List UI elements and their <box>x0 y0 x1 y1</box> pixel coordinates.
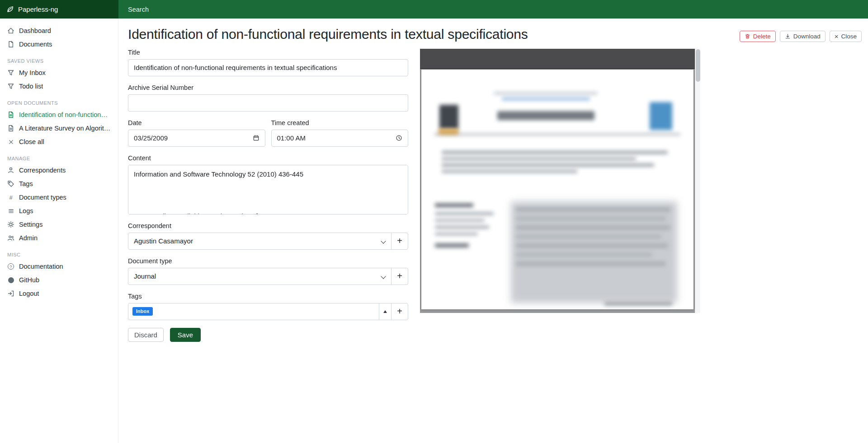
sidebar-item-label: GitHub <box>19 276 39 284</box>
sidebar-item-label: Identification of non-functional require… <box>19 111 111 118</box>
add-document-type-button[interactable]: + <box>391 268 408 285</box>
page-title: Identification of non-functional require… <box>128 26 528 43</box>
clock-icon <box>396 135 402 141</box>
gear-icon <box>7 221 14 228</box>
sidebar-item-todo-list[interactable]: Todo list <box>0 79 118 93</box>
leaf-icon <box>6 5 14 13</box>
blur-block <box>516 262 665 266</box>
topbar: Paperless-ng <box>0 0 868 19</box>
sidebar-item-correspondents[interactable]: Correspondents <box>0 163 118 177</box>
blur-block <box>435 203 473 207</box>
time-value: 01:00 AM <box>277 134 306 142</box>
sidebar-section-saved-views: SAVED VIEWS <box>0 51 118 66</box>
sidebar-item-logs[interactable]: Logs <box>0 204 118 218</box>
sidebar-item-label: Tags <box>19 180 33 187</box>
blur-block <box>516 244 668 247</box>
pdf-scrollbar[interactable] <box>695 49 700 313</box>
tag-icon <box>7 180 14 187</box>
sidebar-section-misc: MISC <box>0 245 118 260</box>
sidebar-item-label: Settings <box>19 221 42 228</box>
hash-icon: # <box>7 194 14 201</box>
correspondent-select[interactable]: Agustin Casamayor <box>128 233 392 250</box>
caret-up-icon <box>383 310 387 313</box>
sidebar-item-documents[interactable]: Documents <box>0 37 118 51</box>
document-type-select[interactable]: Journal <box>128 268 392 285</box>
date-input[interactable]: 03/25/2009 <box>128 130 265 147</box>
add-correspondent-button[interactable]: + <box>391 233 408 250</box>
add-tag-button[interactable]: + <box>391 303 408 320</box>
sidebar-item-dashboard[interactable]: Dashboard <box>0 24 118 37</box>
navbar-search-area <box>118 0 868 19</box>
blur-block <box>497 111 594 120</box>
list-icon <box>7 207 14 215</box>
brand[interactable]: Paperless-ng <box>0 0 118 19</box>
blur-block <box>435 226 489 228</box>
pdf-viewer[interactable] <box>420 69 695 313</box>
pdf-preview <box>420 49 700 313</box>
file-icon <box>7 41 14 48</box>
pdf-toolbar[interactable] <box>420 49 695 69</box>
sidebar-item-label: Dashboard <box>19 27 51 34</box>
discard-button[interactable]: Discard <box>128 328 164 342</box>
sidebar-item-label: A Literature Survey on Algorithms for Mu… <box>19 125 111 132</box>
tags-input[interactable]: Inbox <box>128 303 379 320</box>
date-value: 03/25/2009 <box>134 134 168 142</box>
tag-badge-inbox[interactable]: Inbox <box>132 307 153 316</box>
asn-input[interactable] <box>128 94 408 112</box>
sidebar-item-label: Logs <box>19 207 33 215</box>
sidebar-item-documentation[interactable]: ? Documentation <box>0 260 118 273</box>
blur-block <box>604 302 672 305</box>
search-input[interactable] <box>128 6 318 13</box>
sidebar: Dashboard Documents SAVED VIEWS My Inbox… <box>0 19 118 443</box>
delete-button-label: Delete <box>753 33 771 40</box>
correspondent-value: Agustin Casamayor <box>134 237 193 245</box>
tags-dropdown-button[interactable] <box>379 303 392 320</box>
chevron-down-icon <box>381 274 386 279</box>
blur-block <box>442 170 577 173</box>
sidebar-section-open-documents: OPEN DOCUMENTS <box>0 93 118 108</box>
sidebar-item-github[interactable]: GitHub <box>0 273 118 287</box>
time-created-input[interactable]: 01:00 AM <box>271 130 409 147</box>
date-label: Date <box>128 119 265 126</box>
pdf-page <box>421 70 693 309</box>
blur-block <box>494 92 598 94</box>
document-edit-form: Title Archive Serial Number Date 03/25/2… <box>128 49 408 342</box>
sidebar-item-label: Close all <box>19 138 44 145</box>
asn-label: Archive Serial Number <box>128 84 408 91</box>
sidebar-item-label: Logout <box>19 290 39 297</box>
blur-block <box>435 243 469 247</box>
sidebar-open-doc-1[interactable]: Identification of non-functional require… <box>0 108 118 121</box>
sidebar-item-tags[interactable]: Tags <box>0 177 118 191</box>
sidebar-item-label: Documentation <box>19 263 63 270</box>
sidebar-item-document-types[interactable]: # Document types <box>0 191 118 204</box>
funnel-icon <box>7 83 14 90</box>
content-textarea[interactable]: Information and Software Technology 52 (… <box>128 165 408 215</box>
sidebar-item-my-inbox[interactable]: My Inbox <box>0 66 118 79</box>
download-button-label: Download <box>793 33 821 40</box>
funnel-icon <box>7 69 14 76</box>
sidebar-item-admin[interactable]: Admin <box>0 231 118 245</box>
close-button-label: Close <box>841 33 857 40</box>
sidebar-item-label: Document types <box>19 194 66 201</box>
blur-block <box>435 219 485 222</box>
sidebar-item-settings[interactable]: Settings <box>0 218 118 231</box>
close-icon: × <box>835 33 839 40</box>
sidebar-item-close-all[interactable]: Close all <box>0 135 118 149</box>
brand-name: Paperless-ng <box>18 5 58 13</box>
save-button[interactable]: Save <box>170 328 201 342</box>
blur-block <box>442 151 668 154</box>
blur-block <box>434 134 680 135</box>
sidebar-item-label: Todo list <box>19 83 43 90</box>
sidebar-item-logout[interactable]: Logout <box>0 287 118 300</box>
title-input[interactable] <box>128 59 408 76</box>
logout-icon <box>7 290 14 297</box>
download-button[interactable]: Download <box>780 31 826 42</box>
person-icon <box>7 167 14 174</box>
github-icon <box>7 276 14 284</box>
close-button[interactable]: × Close <box>830 31 862 42</box>
sidebar-open-doc-2[interactable]: A Literature Survey on Algorithms for Mu… <box>0 121 118 135</box>
delete-button[interactable]: Delete <box>740 31 776 42</box>
pdf-scrollbar-thumb[interactable] <box>696 49 700 82</box>
sidebar-item-label: Correspondents <box>19 167 66 174</box>
chevron-down-icon <box>381 238 386 243</box>
